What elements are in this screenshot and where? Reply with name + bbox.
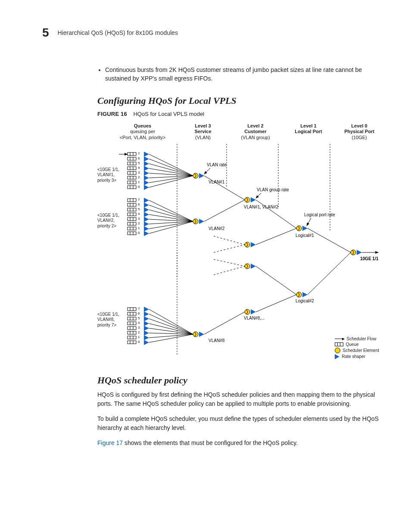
svg-line-76	[308, 252, 351, 295]
col-l1-title: Level 1	[289, 123, 328, 129]
section-heading-2: HQoS scheduler policy	[97, 375, 381, 386]
svg-line-67	[214, 259, 245, 266]
svg-line-64	[204, 312, 245, 334]
page: 5 Hierarchical QoS (HQoS) for 8x10G modu…	[0, 0, 411, 532]
chapter-number: 5	[42, 26, 49, 40]
col-l3-sub1: Service	[186, 129, 220, 135]
legend-shaper-icon	[335, 354, 339, 359]
sched-vgroup-mid1-icon	[245, 242, 256, 247]
col-queues-title: Queues	[119, 123, 166, 129]
lbl-logical2: Logical#2	[296, 299, 314, 303]
list-item: Continuous bursts from 2K HQoS customer …	[105, 65, 381, 83]
svg-text:7: 7	[138, 307, 140, 311]
svg-text:4: 4	[138, 166, 140, 170]
sched-vgroup1-icon	[245, 197, 256, 202]
queue-block-1: 7654 3210	[119, 152, 193, 190]
svg-line-36	[149, 200, 193, 221]
svg-line-74	[307, 218, 311, 226]
svg-text:2: 2	[138, 330, 140, 334]
col-queues-sub1: queuing per	[130, 129, 155, 134]
col-l2-title: Level 2	[236, 123, 275, 129]
legend-queue: Queue	[346, 342, 359, 347]
lbl-port: 10GE 1/1	[360, 256, 379, 261]
col-l3-sub2: (VLAN)	[195, 135, 211, 140]
svg-text:0: 0	[138, 340, 140, 344]
diagram-svg: 7654 3210	[97, 123, 382, 364]
svg-text:6: 6	[138, 156, 140, 160]
svg-text:2: 2	[138, 175, 140, 179]
svg-line-65	[214, 236, 245, 245]
svg-line-53	[149, 309, 193, 334]
col-l0-sub1: Physical Port	[340, 129, 379, 135]
svg-line-71	[256, 228, 296, 245]
sched-port-icon	[351, 250, 362, 255]
running-head: Hierarchical QoS (HQoS) for 8x10G module…	[58, 29, 178, 36]
lbl-logical-rate: Logical port rate	[304, 212, 335, 217]
legend-element: Scheduler Element	[343, 348, 380, 353]
lbl-vgroup8: VLAN#8,...	[244, 316, 265, 320]
body: Continuous bursts from 2K HQoS customer …	[97, 65, 381, 448]
svg-text:5: 5	[138, 316, 140, 320]
svg-line-69	[256, 193, 261, 198]
svg-line-66	[214, 245, 245, 252]
svg-line-56	[149, 324, 193, 334]
svg-text:0: 0	[138, 231, 140, 235]
paragraph: HQoS is configured by first defining the…	[97, 390, 381, 408]
svg-line-75	[308, 228, 351, 252]
svg-line-37	[149, 205, 193, 221]
svg-text:5: 5	[138, 207, 140, 211]
legend-flow: Scheduler Flow	[347, 336, 377, 341]
bullet-list: Continuous bursts from 2K HQoS customer …	[97, 65, 381, 83]
svg-text:3: 3	[138, 171, 140, 174]
svg-line-20	[149, 159, 193, 176]
svg-line-19	[149, 154, 193, 176]
queue-label-3: <10GE 1/1, VLAN#8, priority 7>	[97, 312, 119, 328]
svg-line-72	[256, 266, 296, 295]
figure-17-link[interactable]: Figure 17	[97, 439, 123, 446]
col-l3-title: Level 3	[186, 123, 220, 129]
diagram-legend: Scheduler Flow Queue Scheduler Element R…	[335, 336, 380, 360]
sched-vgroup8-icon	[245, 309, 256, 314]
lbl-vgroup12: VLAN#1, VLAN#2	[244, 205, 278, 209]
svg-text:7: 7	[138, 152, 140, 156]
sched-logical2-icon	[296, 292, 308, 297]
sched-vlan1-icon	[193, 173, 204, 178]
lbl-vlan-rate: VLAN rate	[207, 162, 227, 167]
legend-flow-icon	[335, 339, 344, 339]
svg-line-59	[149, 334, 193, 338]
legend-shaper: Rate shaper	[342, 354, 365, 359]
queue-label-2: <10GE 1/1, VLAN#2, priority 2>	[97, 213, 119, 229]
svg-text:4: 4	[138, 212, 140, 216]
svg-text:4: 4	[138, 321, 140, 325]
col-l2-sub2: (VLAN group)	[241, 135, 270, 140]
svg-text:5: 5	[138, 161, 140, 165]
sched-vlan8-icon	[193, 332, 204, 337]
figure-label: FIGURE 16	[97, 111, 127, 117]
svg-text:3: 3	[138, 217, 140, 221]
col-l0-sub2: (10GE)	[352, 135, 367, 140]
svg-text:6: 6	[138, 202, 140, 206]
svg-text:2: 2	[138, 221, 140, 225]
svg-line-63	[204, 200, 245, 221]
col-queues-sub2: <Port, VLAN, priority>	[120, 135, 166, 140]
figure-title: HQoS for Local VPLS model	[133, 111, 204, 117]
svg-line-73	[256, 295, 296, 312]
svg-line-61	[204, 168, 210, 174]
lbl-logical1: Logical#1	[296, 233, 314, 238]
svg-text:7: 7	[138, 198, 140, 202]
svg-text:1: 1	[138, 226, 140, 230]
svg-line-55	[149, 319, 193, 334]
col-l2-sub1: Customer	[236, 129, 275, 135]
sched-vlan2-icon	[193, 219, 204, 224]
col-l1-sub1: Logical Port	[289, 129, 328, 135]
svg-line-70	[256, 200, 296, 228]
paragraph: Figure 17 shows the elements that must b…	[97, 439, 381, 448]
section-heading: Configuring HQoS for Local VPLS	[97, 95, 381, 106]
lbl-vgroup-rate: VLAN group rate	[257, 187, 289, 192]
legend-element-icon	[335, 348, 340, 353]
queue-label-1: <10GE 1/1, VLAN#1, priority 3>	[97, 167, 119, 184]
svg-text:3: 3	[138, 326, 140, 330]
sched-logical1-icon	[296, 226, 308, 231]
page-header: 5 Hierarchical QoS (HQoS) for 8x10G modu…	[42, 26, 381, 40]
lbl-vlan2: VLAN#2	[209, 226, 225, 231]
